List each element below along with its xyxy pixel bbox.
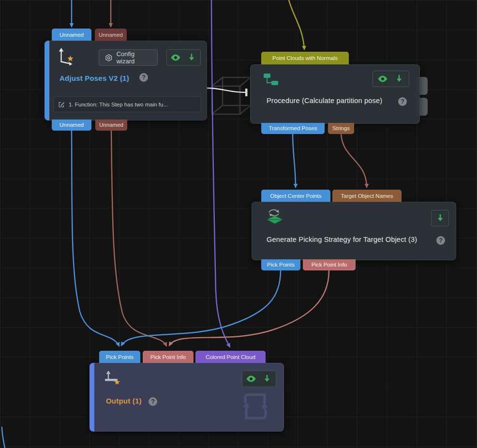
wire-into-procedure-point-clouds[interactable] [289,0,304,49]
eye-icon [377,75,388,83]
node-adjust-poses[interactable]: Config wizard Adjust Poses V2 (1) ? [45,41,207,120]
diamond-swap-arrows-icon [264,208,285,226]
node-title: Adjust Poses V2 (1) [60,74,129,82]
config-wizard-button[interactable]: Config wizard [99,49,158,66]
output-port-unnamed[interactable]: Unnamed [95,119,127,131]
wire-bottom-left-edge[interactable] [2,427,5,448]
output-port-strings[interactable]: Strings [328,123,354,134]
node-title: Generate Picking Strategy for Target Obj… [267,236,417,243]
input-port-pick-point-info[interactable]: Pick Point Info [143,351,194,363]
eye-icon [246,375,256,383]
eye-icon [170,54,181,61]
axes-with-star-icon [56,46,76,66]
edit-pencil-icon [58,101,65,108]
flowchart-nodes-icon [262,72,280,88]
input-port-unnamed[interactable]: Unnamed [52,29,91,41]
help-badge[interactable]: ? [139,73,148,82]
input-port-object-center-points[interactable]: Object Center Points [261,190,330,202]
output-port-unnamed[interactable]: Unnamed [52,119,91,131]
download-arrow-icon [436,214,444,223]
node-title: Output (1) [106,397,142,405]
input-port-target-object-names[interactable]: Target Object Names [332,190,402,202]
input-port-pick-points[interactable]: Pick Points [99,351,140,363]
input-port-point-clouds-with-normals[interactable]: Point Clouds with Normals [261,52,349,64]
node-accent-bar [89,363,94,432]
hexagon-gear-icon [105,54,113,62]
download-result-button[interactable] [392,72,406,86]
download-result-button[interactable] [433,211,447,225]
output-port-transformed-poses[interactable]: Transformed Poses [261,123,325,134]
config-wizard-label: Config wizard [117,50,151,65]
input-port-unnamed[interactable]: Unnamed [95,29,127,41]
help-badge[interactable]: ? [436,236,445,245]
node-title: Procedure (Calculate partition pose) [267,97,382,105]
wire-transformed-poses-to-object-center-points[interactable] [293,134,296,187]
download-arrow-icon [395,75,403,83]
node-procedure[interactable]: Procedure (Calculate partition pose) ? [250,64,420,124]
download-arrow-icon [188,53,195,62]
node-note[interactable]: 1. Function: This Step has two main fu..… [53,96,201,112]
wireframe-cube-icon [212,77,251,114]
wire-pick-point-info-to-output[interactable] [169,270,329,345]
node-generate-picking-strategy[interactable]: Generate Picking Strategy for Target Obj… [252,202,456,260]
node-accent-bar [45,41,49,120]
node-toolbar [242,371,276,387]
visibility-toggle-button[interactable] [375,72,390,86]
flow-canvas[interactable]: Config wizard Adjust Poses V2 (1) ? [0,0,477,448]
wire-strings-to-target-object-names[interactable] [341,134,367,187]
visibility-toggle-button[interactable] [168,50,183,65]
output-port-pick-point-info[interactable]: Pick Point Info [303,259,356,270]
visibility-toggle-button[interactable] [244,372,258,386]
node-note-text: 1. Function: This Step has two main fu..… [69,102,168,107]
help-badge[interactable]: ? [398,97,407,106]
node-toolbar [166,49,201,66]
output-port-pick-points[interactable]: Pick Points [261,259,300,270]
wire-into-output-colored-point-cloud[interactable] [211,0,230,347]
output-tray-star-icon [102,368,122,388]
node-toolbar [373,71,409,87]
download-arrow-icon [263,374,271,383]
node-output[interactable]: Output (1) ? [89,363,284,432]
download-result-button[interactable] [184,50,199,65]
download-result-button[interactable] [260,372,274,386]
swap-arrows-ghost-icon [235,386,276,427]
wire-adjust-unnamed-to-output-pick-point-info[interactable] [111,131,166,346]
node-toolbar [431,210,449,226]
input-port-colored-point-cloud[interactable]: Colored Point Cloud [195,351,266,363]
help-badge[interactable]: ? [149,397,157,406]
